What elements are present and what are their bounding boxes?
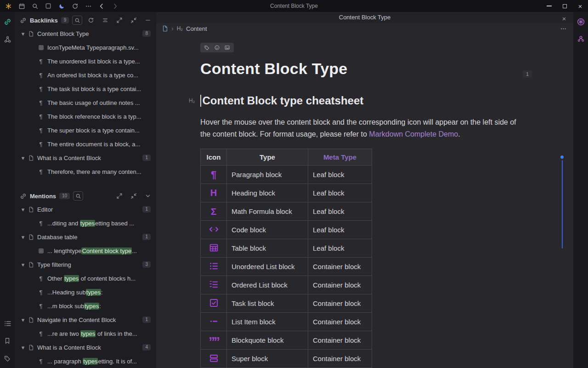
mentions-doc-row[interactable]: ▾Type filtering3 <box>15 258 156 271</box>
backlinks-expand-icon[interactable] <box>116 17 123 24</box>
mentions-block-row[interactable]: ¶...Heading subtypes: <box>15 285 156 299</box>
h2-heading-block[interactable]: H₂ Content Block type cheatsheet <box>200 93 573 108</box>
sidebar-toggle-icon[interactable] <box>45 2 52 10</box>
block-text: The block reference block is a typ... <box>47 113 147 120</box>
content-block-table[interactable]: IconTypeMeta Type ¶Paragraph blockLeaf b… <box>200 149 372 368</box>
backlinks-block-row[interactable]: ¶Therefore, there are many conten... <box>15 165 156 178</box>
graph-panel-icon[interactable] <box>3 35 11 43</box>
backlinks-sort-icon[interactable] <box>102 17 109 24</box>
global-search-icon[interactable] <box>31 2 39 10</box>
backlinks-block-row[interactable]: ¶The super block is a type contain... <box>15 123 156 137</box>
meta-type-cell: Container block <box>308 350 372 368</box>
minimize-icon <box>547 6 552 6</box>
backlinks-refresh-icon[interactable] <box>87 17 95 24</box>
backlinks-block-row[interactable]: ¶The entire document is a block, a... <box>15 137 156 151</box>
backlinks-block-row[interactable]: ¶The unordered list block is a type... <box>15 54 156 68</box>
backlinks-doc-row[interactable]: ▾What is a Content Block1 <box>15 151 156 165</box>
app-logo-icon[interactable] <box>5 2 12 10</box>
mentions-block-row[interactable]: ... lengthtypeContent block type... <box>15 244 156 258</box>
mentions-title: Mentions <box>30 193 56 200</box>
add-cover-image-icon[interactable] <box>224 45 230 51</box>
count-badge: 1 <box>142 155 151 161</box>
mentions-count-badge: 10 <box>59 193 70 199</box>
more-menu-icon[interactable] <box>85 2 92 10</box>
daily-note-calendar-icon[interactable] <box>18 2 25 10</box>
mentions-block-row[interactable]: ¶...re are two types of links in the... <box>15 327 156 340</box>
breadcrumb-more-icon[interactable] <box>560 25 567 32</box>
chevron-down-icon: ▾ <box>19 155 27 161</box>
doc-ref-count-badge[interactable]: 1 <box>523 70 532 78</box>
mentions-block-row[interactable]: ¶...diting and typesetting based ... <box>15 216 156 230</box>
task-icon <box>209 298 219 308</box>
block-text: ... lengthtypeContent block type... <box>47 247 147 254</box>
minimize-button[interactable] <box>541 0 557 12</box>
paragraph-icon: ¶ <box>37 113 45 120</box>
type-cell: Paragraph block <box>227 166 308 184</box>
backlinks-block-row[interactable]: ¶The basic usage of outline notes ... <box>15 96 156 109</box>
table-row: Super blockContainer block <box>201 350 372 368</box>
backlinks-panel-icon[interactable] <box>3 17 11 26</box>
backlinks-block-row[interactable]: ¶The block reference block is a typ... <box>15 109 156 123</box>
document-icon[interactable] <box>162 25 168 32</box>
mentions-doc-row[interactable]: ▾Database table1 <box>15 230 156 244</box>
olist-icon <box>209 280 219 289</box>
backlinks-minimize-icon[interactable] <box>144 17 152 24</box>
type-cell: Math Formula block <box>227 202 308 221</box>
bookmark-panel-icon[interactable] <box>3 337 11 345</box>
type-cell: Code block <box>227 221 308 239</box>
backlinks-filter-search-icon[interactable] <box>72 16 82 25</box>
mentions-filter-search-icon[interactable] <box>73 191 83 201</box>
mentions-block-row[interactable]: ¶... paragraph typesetting. It is of... <box>15 354 156 368</box>
right-dock <box>573 12 588 368</box>
tab-content-block-type[interactable]: Content Block Type <box>339 14 391 21</box>
mentions-doc-row[interactable]: ▾Navigate in the Content Block1 <box>15 313 156 327</box>
doc-icon <box>27 207 35 213</box>
nav-back-icon[interactable] <box>98 2 105 10</box>
paragraph-icon: ¶ <box>37 99 45 106</box>
backlinks-block-row[interactable]: ¶The task list block is a type contai... <box>15 82 156 96</box>
icon-cell: H <box>201 184 227 202</box>
block-text: Other types of content blocks h... <box>47 275 147 282</box>
graph-plugin-icon[interactable] <box>577 34 585 43</box>
close-button[interactable]: × <box>572 0 588 12</box>
backlinks-collapse-icon[interactable] <box>130 17 137 24</box>
text-caret <box>200 95 201 107</box>
backlinks-doc-row[interactable]: ▾Content Block Type8 <box>15 27 156 40</box>
scroll-indicator-dot[interactable] <box>560 155 564 159</box>
block-text: The super block is a type contain... <box>47 127 147 134</box>
paragraph-icon: ¶ <box>37 141 45 148</box>
add-emoji-icon[interactable] <box>214 45 220 51</box>
mentions-doc-row[interactable]: ▾What is a Content Block4 <box>15 340 156 354</box>
backlink-icon <box>19 17 27 24</box>
mentions-doc-row[interactable]: ▾Editor1 <box>15 202 156 216</box>
markdown-demo-link[interactable]: Markdown Complete Demo <box>369 130 458 138</box>
outline-panel-icon[interactable] <box>3 319 11 328</box>
breadcrumb-heading-label[interactable]: Content <box>186 25 207 32</box>
h2-heading-text[interactable]: Content Block type cheatsheet <box>203 94 364 107</box>
maximize-button[interactable] <box>557 0 572 12</box>
mentions-expand-icon[interactable] <box>116 192 123 200</box>
icon-cell <box>201 276 227 294</box>
tag-panel-icon[interactable] <box>3 354 11 362</box>
type-cell: Blockquote block <box>227 331 308 350</box>
mentions-block-row[interactable]: ¶Other types of content blocks h... <box>15 271 156 285</box>
heading-icon: H <box>210 188 217 198</box>
mentions-chevron-down-icon[interactable] <box>144 192 152 200</box>
backlinks-block-row[interactable]: IconTypeMeta Typeparagraph.sv... <box>15 40 156 54</box>
scrollbar-thumb[interactable] <box>562 160 563 248</box>
mentions-collapse-icon[interactable] <box>130 192 137 200</box>
page-title[interactable]: Content Block Type <box>200 60 573 78</box>
backlinks-block-row[interactable]: ¶An ordered list block is a type co... <box>15 68 156 82</box>
intro-paragraph[interactable]: Hover the mouse over the content block a… <box>200 116 523 140</box>
flower-plugin-icon[interactable] <box>577 17 585 26</box>
doc-label: What is a Content Block <box>37 155 139 161</box>
window-controls: × <box>541 0 588 12</box>
sync-refresh-icon[interactable] <box>71 2 79 10</box>
paragraph-icon: ¶ <box>37 72 45 79</box>
editor-content[interactable]: Content Block Type 1 H₂ Content Block ty… <box>156 34 573 368</box>
theme-moon-icon[interactable] <box>58 2 65 10</box>
add-tag-icon[interactable] <box>204 45 210 51</box>
count-badge: 1 <box>142 316 151 323</box>
nav-forward-icon[interactable] <box>111 2 119 10</box>
mentions-block-row[interactable]: ¶...m block subtypes: <box>15 299 156 313</box>
